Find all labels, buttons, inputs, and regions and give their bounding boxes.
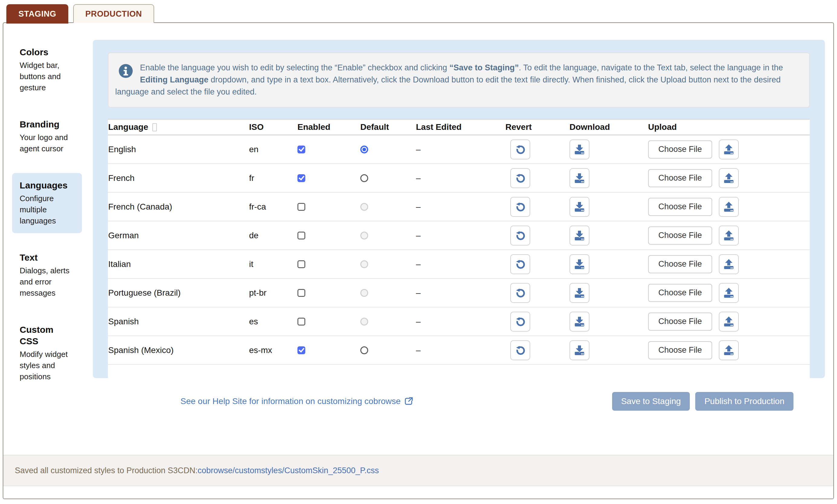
sidebar-item-description: Configure multiple languages [20, 193, 77, 226]
sidebar-item-title: Colors [20, 46, 68, 58]
column-header-upload: Upload [648, 122, 810, 132]
default-cell [360, 203, 416, 211]
download-button[interactable] [569, 168, 589, 188]
upload-button[interactable] [719, 226, 739, 245]
choose-file-button[interactable]: Choose File [648, 313, 712, 331]
default-radio[interactable] [360, 260, 368, 268]
upload-button[interactable] [719, 168, 739, 188]
info-text-segment: dropdown, and type in a text box. Altern… [115, 75, 781, 96]
enabled-cell [298, 146, 360, 153]
enabled-checkbox[interactable] [298, 347, 305, 354]
download-button[interactable] [569, 283, 589, 303]
publish-to-production-button[interactable]: Publish to Production [695, 392, 794, 411]
enabled-checkbox[interactable] [298, 289, 305, 297]
revert-button[interactable] [510, 226, 530, 245]
upload-cell: Choose File [648, 197, 810, 217]
settings-container: Colors Widget bar, buttons and gesture B… [3, 22, 834, 499]
default-radio[interactable] [360, 146, 368, 153]
upload-button[interactable] [719, 254, 739, 274]
upload-button[interactable] [719, 312, 739, 332]
default-cell [360, 231, 416, 240]
help-site-link-label: See our Help Site for information on cus… [180, 396, 400, 406]
download-cell [569, 226, 648, 245]
download-button[interactable] [569, 312, 589, 332]
upload-cell: Choose File [648, 254, 810, 274]
revert-icon [515, 144, 526, 155]
table-header-row: Language ISO Enabled Default Last Edited… [108, 119, 810, 135]
download-cell [569, 139, 648, 160]
sidebar-item-title: Custom CSS [20, 324, 68, 347]
default-radio[interactable] [360, 289, 368, 297]
last-edited-value: – [416, 202, 505, 212]
language-iso: es-mx [249, 346, 298, 355]
languages-panel: Enable the language you wish to edit by … [93, 40, 825, 378]
choose-file-button[interactable]: Choose File [648, 284, 712, 302]
status-file-link[interactable]: cobrowse/customstyles/CustomSkin_25500_P… [198, 466, 379, 475]
choose-file-button[interactable]: Choose File [648, 198, 712, 216]
enabled-checkbox[interactable] [298, 260, 305, 268]
choose-file-button[interactable]: Choose File [648, 141, 712, 158]
help-site-link[interactable]: See our Help Site for information on cus… [180, 396, 413, 406]
download-button[interactable] [569, 340, 589, 360]
download-button[interactable] [569, 197, 589, 217]
choose-file-button[interactable]: Choose File [648, 226, 712, 245]
default-radio[interactable] [360, 318, 368, 325]
upload-icon [723, 230, 735, 241]
upload-button[interactable] [719, 340, 739, 360]
enabled-checkbox[interactable] [298, 146, 305, 153]
tab-staging[interactable]: STAGING [6, 4, 68, 23]
tab-production[interactable]: PRODUCTION [73, 4, 154, 23]
default-cell [360, 174, 416, 182]
revert-cell [505, 197, 569, 217]
download-cell [569, 312, 648, 332]
sidebar-item-languages[interactable]: Languages Configure multiple languages [12, 173, 82, 233]
sidebar-item-custom-css[interactable]: Custom CSS Modify widget styles and posi… [12, 317, 82, 389]
revert-button[interactable] [510, 254, 530, 274]
revert-cell [505, 139, 569, 160]
download-button[interactable] [569, 226, 589, 245]
language-name: German [108, 231, 249, 240]
last-edited-value: – [416, 346, 505, 355]
main-area: Enable the language you wish to edit by … [93, 40, 825, 411]
enabled-checkbox[interactable] [298, 203, 305, 211]
revert-cell [505, 340, 569, 360]
default-radio[interactable] [360, 174, 368, 182]
sidebar-item-title: Languages [20, 180, 68, 191]
default-radio[interactable] [360, 231, 368, 240]
revert-button[interactable] [510, 168, 530, 188]
sidebar-item-colors[interactable]: Colors Widget bar, buttons and gesture [12, 40, 82, 100]
download-cell [569, 254, 648, 274]
footer-row: See our Help Site for information on cus… [180, 392, 794, 411]
revert-icon [515, 172, 526, 184]
revert-button[interactable] [510, 312, 530, 332]
upload-button[interactable] [719, 283, 739, 303]
default-radio[interactable] [360, 203, 368, 211]
default-cell [360, 146, 416, 153]
download-button[interactable] [569, 254, 589, 274]
column-header-language[interactable]: Language [108, 122, 249, 132]
enabled-checkbox[interactable] [298, 231, 305, 240]
revert-button[interactable] [510, 197, 530, 217]
last-edited-value: – [416, 288, 505, 298]
choose-file-button[interactable]: Choose File [648, 255, 712, 273]
default-radio[interactable] [360, 347, 368, 354]
enabled-checkbox[interactable] [298, 318, 305, 325]
revert-button[interactable] [510, 340, 530, 360]
choose-file-button[interactable]: Choose File [648, 169, 712, 187]
revert-button[interactable] [510, 283, 530, 303]
sidebar-item-branding[interactable]: Branding Your logo and agent cursor [12, 112, 82, 161]
upload-button[interactable] [719, 139, 739, 160]
revert-button[interactable] [510, 139, 530, 160]
sidebar-item-text[interactable]: Text Dialogs, alerts and error messages [12, 245, 82, 305]
default-cell [360, 289, 416, 297]
upload-button[interactable] [719, 197, 739, 217]
enabled-checkbox[interactable] [298, 174, 305, 182]
choose-file-button[interactable]: Choose File [648, 341, 712, 359]
download-icon [573, 287, 586, 299]
download-button[interactable] [569, 139, 589, 160]
language-name: French (Canada) [108, 202, 249, 212]
revert-icon [515, 201, 526, 212]
table-row: French fr – [108, 164, 810, 193]
save-to-staging-button[interactable]: Save to Staging [612, 392, 690, 411]
external-link-icon [404, 397, 413, 406]
